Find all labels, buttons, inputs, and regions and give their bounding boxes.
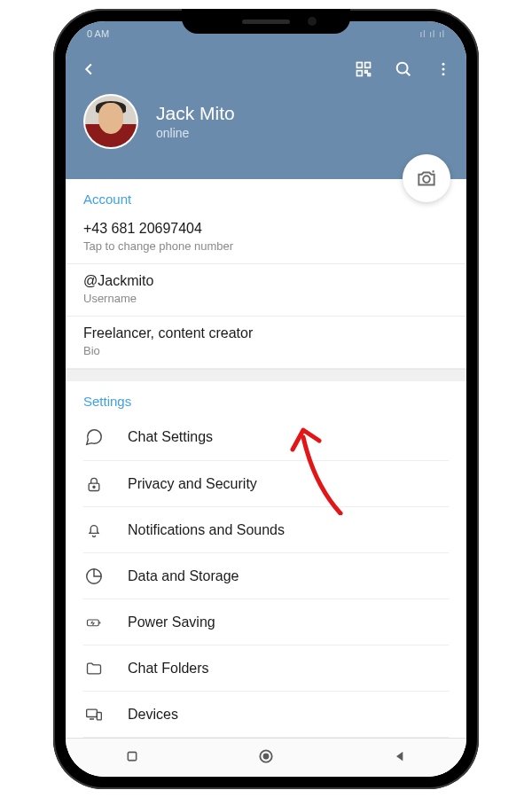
profile-name: Jack Mito <box>156 103 235 124</box>
svg-point-9 <box>423 176 430 183</box>
nav-recent-icon[interactable] <box>125 749 139 767</box>
bio-hint: Bio <box>83 344 449 357</box>
setting-label: Privacy and Security <box>128 476 449 492</box>
android-nav-bar <box>66 738 466 777</box>
bio-value: Freelancer, content creator <box>83 325 449 341</box>
devices-icon <box>83 706 105 724</box>
settings-item-chat[interactable]: Chat Settings <box>83 414 449 460</box>
setting-label: Data and Storage <box>128 568 449 584</box>
bell-icon <box>83 520 105 540</box>
phone-value: +43 681 20697404 <box>83 221 449 237</box>
settings-item-power[interactable]: Power Saving <box>83 598 449 645</box>
phone-hint: Tap to change phone number <box>83 239 449 253</box>
phone-frame: 0 AM ıl ıl ıl <box>53 9 479 789</box>
username-value: @Jackmito <box>83 273 449 289</box>
battery-icon <box>83 614 105 630</box>
folder-icon <box>83 660 105 677</box>
svg-rect-4 <box>368 74 371 76</box>
svg-point-11 <box>93 486 95 488</box>
search-icon[interactable] <box>394 59 413 79</box>
settings-item-folders[interactable]: Chat Folders <box>83 645 449 691</box>
pie-icon <box>83 567 105 586</box>
username-row[interactable]: @Jackmito Username <box>66 264 466 317</box>
settings-item-notifications[interactable]: Notifications and Sounds <box>83 506 449 552</box>
svg-rect-2 <box>357 71 363 76</box>
lock-icon <box>83 474 105 494</box>
bio-row[interactable]: Freelancer, content creator Bio <box>66 317 466 369</box>
profile-header: Jack Mito online <box>66 46 466 179</box>
settings-heading: Settings <box>66 381 466 414</box>
svg-point-5 <box>397 63 408 74</box>
svg-rect-17 <box>128 752 136 760</box>
svg-rect-15 <box>97 712 101 719</box>
nav-back-icon[interactable] <box>393 749 407 767</box>
more-icon[interactable] <box>434 60 452 78</box>
username-hint: Username <box>83 292 449 305</box>
camera-button[interactable] <box>403 154 450 202</box>
svg-point-6 <box>442 63 445 66</box>
nav-home-icon[interactable] <box>257 747 275 769</box>
status-time: 0 AM <box>87 28 109 39</box>
status-signal: ıl ıl ıl <box>419 29 445 39</box>
setting-label: Chat Settings <box>128 429 449 445</box>
avatar[interactable] <box>83 94 138 149</box>
svg-point-19 <box>263 754 268 758</box>
qr-icon[interactable] <box>355 60 372 78</box>
svg-point-8 <box>442 73 445 75</box>
setting-label: Devices <box>128 707 449 723</box>
setting-label: Power Saving <box>128 614 449 630</box>
section-divider <box>66 369 466 381</box>
profile-status: online <box>156 126 235 140</box>
back-icon[interactable] <box>80 59 99 79</box>
settings-item-data[interactable]: Data and Storage <box>83 552 449 598</box>
svg-rect-14 <box>87 709 98 716</box>
svg-point-7 <box>442 68 445 71</box>
svg-rect-0 <box>357 63 363 68</box>
svg-rect-3 <box>365 71 368 74</box>
phone-notch <box>182 9 350 34</box>
svg-rect-1 <box>365 63 371 68</box>
setting-label: Notifications and Sounds <box>128 522 449 538</box>
settings-item-privacy[interactable]: Privacy and Security <box>83 460 449 506</box>
setting-label: Chat Folders <box>128 661 449 677</box>
chat-icon <box>83 427 105 447</box>
phone-row[interactable]: +43 681 20697404 Tap to change phone num… <box>66 212 466 264</box>
screen: 0 AM ıl ıl ıl <box>66 21 466 777</box>
settings-item-devices[interactable]: Devices <box>83 691 449 737</box>
